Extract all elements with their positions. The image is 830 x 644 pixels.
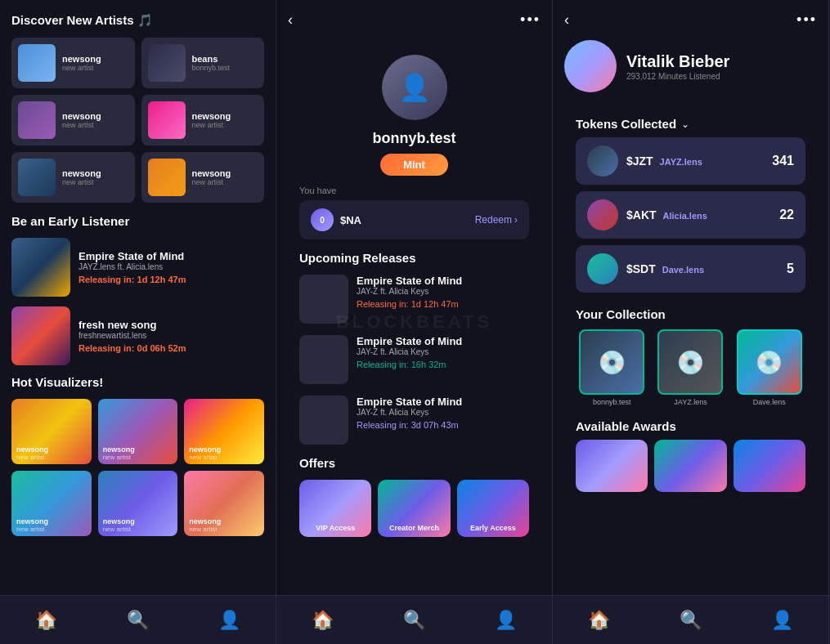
release-thumb-2 bbox=[299, 396, 348, 445]
releases-container: Empire State of Mind JAY-Z ft. Alicia Ke… bbox=[299, 275, 529, 445]
offer-card-0[interactable]: VIP Access bbox=[299, 480, 371, 537]
tokens-container: $JZT JAYZ.lens 341 $AKT Alicia.lens 22 $… bbox=[564, 137, 817, 293]
user-icon-1[interactable]: 👤 bbox=[212, 603, 247, 637]
user-icon-2[interactable]: 👤 bbox=[488, 603, 523, 637]
award-card-0[interactable] bbox=[576, 440, 648, 492]
early-container: Empire State of Mind JAYZ.lens ft. Alici… bbox=[11, 238, 264, 365]
upcoming-title: Upcoming Releases bbox=[299, 251, 529, 265]
home-icon-1[interactable]: 🏠 bbox=[29, 603, 64, 637]
artist-card-1[interactable]: beans bonnyb.test bbox=[141, 38, 265, 88]
release-item-2[interactable]: Empire State of Mind JAY-Z ft. Alicia Ke… bbox=[299, 396, 529, 445]
vis-name-3: newsong bbox=[16, 517, 87, 525]
artist-name-2: newsong bbox=[62, 111, 101, 121]
user-header: Vitalik Bieber 293,012 Minutes Listened bbox=[553, 29, 828, 92]
vis-card-1[interactable]: newsong new artist bbox=[98, 399, 178, 464]
offer-card-1[interactable]: Creator Merch bbox=[378, 480, 450, 537]
vis-sub-2: new artist bbox=[189, 454, 259, 461]
early-card-1[interactable]: fresh new song freshnewartist.lens Relea… bbox=[11, 306, 264, 365]
artist-thumb-3 bbox=[148, 101, 186, 139]
artist-name-3: newsong bbox=[192, 111, 231, 121]
award-card-2[interactable] bbox=[734, 440, 805, 492]
release-time-0: Releasing in: 1d 12h 47m bbox=[357, 299, 529, 309]
back-button-3[interactable]: ‹ bbox=[564, 11, 569, 29]
artist-card-4[interactable]: newsong new artist bbox=[11, 152, 135, 203]
search-icon-1[interactable]: 🔍 bbox=[120, 603, 155, 637]
artist-sub-3: new artist bbox=[192, 121, 231, 129]
award-card-1[interactable] bbox=[654, 440, 726, 492]
vis-card-2[interactable]: newsong new artist bbox=[184, 399, 264, 464]
collection-item-1[interactable]: 💿 JAYZ.lens bbox=[654, 329, 726, 406]
vis-card-3[interactable]: newsong new artist bbox=[11, 471, 92, 536]
artist-sub-1: bonnyb.test bbox=[192, 64, 231, 72]
artist-card-3[interactable]: newsong new artist bbox=[141, 95, 265, 145]
token-avatar-0 bbox=[587, 145, 618, 177]
release-time-2: Releasing in: 3d 07h 43m bbox=[357, 420, 529, 430]
user-icon-3[interactable]: 👤 bbox=[765, 603, 800, 637]
visualizers-title: Hot Visualizers! bbox=[11, 375, 264, 389]
mint-button[interactable]: Mint bbox=[380, 154, 448, 176]
artist-card-5[interactable]: newsong new artist bbox=[141, 152, 265, 203]
artist-grid: newsong new artist beans bonnyb.test new… bbox=[11, 38, 264, 203]
awards-title: Available Awards bbox=[576, 419, 805, 433]
redeem-button[interactable]: Redeem › bbox=[475, 214, 518, 226]
token-ticker-2: $SDT Dave.lens bbox=[626, 262, 778, 275]
token-item-0[interactable]: $JZT JAYZ.lens 341 bbox=[576, 137, 805, 185]
collection-item-0[interactable]: 💿 bonnyb.test bbox=[576, 329, 648, 406]
panel-scroll-3: Tokens Collected ⌄ $JZT JAYZ.lens 341 $A… bbox=[553, 92, 828, 595]
tokens-title: Tokens Collected bbox=[576, 117, 676, 131]
offer-label-0: VIP Access bbox=[316, 524, 355, 532]
vis-sub-1: new artist bbox=[103, 454, 173, 461]
coll-inner-0: 💿 bbox=[581, 331, 643, 393]
token-lens-0: JAYZ.lens bbox=[660, 157, 702, 167]
vis-label-3: newsong new artist bbox=[16, 517, 87, 533]
awards-section: Available Awards bbox=[564, 413, 817, 499]
collection-section: Your Collection 💿 bonnyb.test 💿 JAYZ.len… bbox=[564, 299, 817, 413]
search-icon-2[interactable]: 🔍 bbox=[397, 603, 432, 637]
redeem-label: Redeem bbox=[475, 214, 512, 226]
profile-name: bonnyb.test bbox=[373, 130, 456, 147]
early-artist-0: JAYZ.lens ft. Alicia.lens bbox=[79, 262, 264, 271]
artist-thumb-4 bbox=[18, 159, 56, 196]
vis-name-1: newsong bbox=[103, 445, 173, 454]
release-artist-2: JAY-Z ft. Alicia Keys bbox=[357, 408, 529, 417]
vis-sub-0: new artist bbox=[16, 454, 87, 461]
more-options-2[interactable]: ••• bbox=[520, 11, 541, 29]
offers-section: Offers VIP AccessCreator MerchEarly Acce… bbox=[288, 456, 541, 548]
vis-name-4: newsong bbox=[103, 517, 173, 525]
chevron-down-icon[interactable]: ⌄ bbox=[681, 119, 689, 130]
artist-name-0: newsong bbox=[62, 54, 101, 64]
vis-sub-5: new artist bbox=[189, 525, 259, 533]
offers-title: Offers bbox=[299, 456, 529, 470]
early-card-0[interactable]: Empire State of Mind JAYZ.lens ft. Alici… bbox=[11, 238, 264, 297]
artist-card-0[interactable]: newsong new artist bbox=[11, 38, 135, 88]
token-item-2[interactable]: $SDT Dave.lens 5 bbox=[576, 245, 805, 293]
release-title-1: Empire State of Mind bbox=[357, 335, 529, 347]
vis-label-5: newsong new artist bbox=[189, 517, 259, 533]
release-item-1[interactable]: Empire State of Mind JAY-Z ft. Alicia Ke… bbox=[299, 335, 529, 384]
artist-info-2: newsong new artist bbox=[62, 111, 101, 129]
search-icon-3[interactable]: 🔍 bbox=[673, 603, 708, 637]
release-thumb-0 bbox=[299, 275, 348, 324]
collection-item-2[interactable]: 💿 Dave.lens bbox=[734, 329, 805, 406]
vis-card-4[interactable]: newsong new artist bbox=[98, 471, 178, 536]
artist-info-4: newsong new artist bbox=[62, 168, 101, 186]
artist-card-2[interactable]: newsong new artist bbox=[11, 95, 135, 145]
home-icon-2[interactable]: 🏠 bbox=[305, 603, 340, 637]
offer-card-2[interactable]: Early Access bbox=[457, 480, 529, 537]
home-icon-3[interactable]: 🏠 bbox=[581, 603, 617, 637]
vis-card-5[interactable]: newsong new artist bbox=[184, 471, 264, 536]
release-thumb-1 bbox=[299, 335, 348, 384]
token-item-1[interactable]: $AKT Alicia.lens 22 bbox=[576, 191, 805, 239]
coll-label-1: JAYZ.lens bbox=[674, 398, 707, 406]
artist-sub-4: new artist bbox=[62, 178, 101, 186]
release-time-1: Releasing in: 16h 32m bbox=[357, 360, 529, 369]
back-button-2[interactable]: ‹ bbox=[288, 11, 293, 29]
vis-card-0[interactable]: newsong new artist bbox=[11, 399, 92, 464]
artist-info-3: newsong new artist bbox=[192, 111, 231, 129]
offers-grid: VIP AccessCreator MerchEarly Access bbox=[299, 480, 529, 537]
release-item-0[interactable]: Empire State of Mind JAY-Z ft. Alicia Ke… bbox=[299, 275, 529, 324]
more-options-3[interactable]: ••• bbox=[796, 11, 817, 29]
release-info-1: Empire State of Mind JAY-Z ft. Alicia Ke… bbox=[357, 335, 529, 369]
vis-name-5: newsong bbox=[189, 517, 259, 525]
you-have-section: You have 0 $NA Redeem › bbox=[288, 186, 541, 239]
